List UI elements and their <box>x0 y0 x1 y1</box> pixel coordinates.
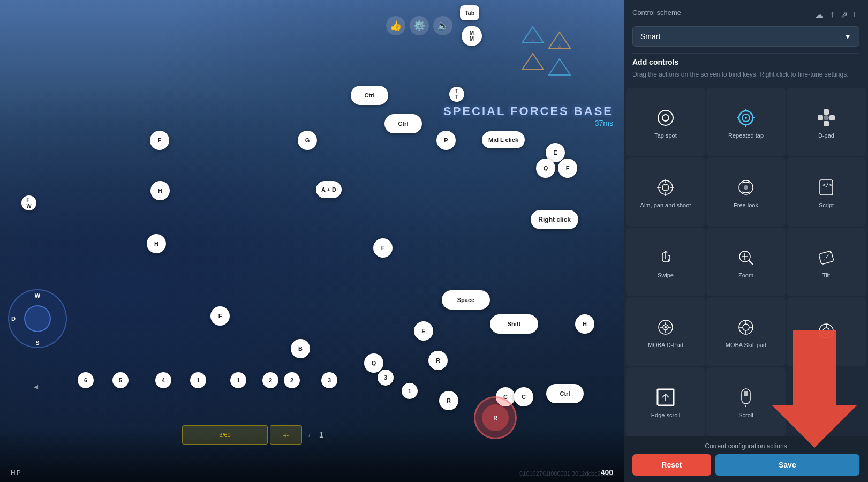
control-moba-skill[interactable]: MOBA Skill pad <box>706 297 786 366</box>
scheme-value: Smart <box>640 32 660 41</box>
volume-icon[interactable]: 🔈 <box>433 16 452 35</box>
settings-icon[interactable]: ⚙️ <box>410 16 429 35</box>
right-panel: Control scheme ☁ ↑ ⇗ □ Smart ▼ Add contr… <box>624 0 868 482</box>
ctrl-key-3[interactable]: Ctrl <box>546 384 584 403</box>
q-key-1[interactable]: Q <box>536 159 555 178</box>
num-3a[interactable]: 3 <box>321 372 337 388</box>
r-key-1[interactable]: R <box>428 351 448 370</box>
space-key[interactable]: Space <box>442 290 490 310</box>
thumbs-up-icon[interactable]: 👍 <box>386 16 405 35</box>
control-d-pad[interactable]: D-pad <box>787 88 866 156</box>
control-zoom[interactable]: Zoom <box>706 228 786 296</box>
num-2b[interactable]: 2 <box>284 372 300 388</box>
h-key-2[interactable]: H <box>147 234 166 253</box>
right-click-btn[interactable]: Right click <box>531 210 578 229</box>
f-key-4[interactable]: F <box>558 159 577 178</box>
b-key[interactable]: B <box>291 339 310 358</box>
svg-line-27 <box>749 260 753 265</box>
tab-key[interactable]: Tab <box>460 5 479 20</box>
save-icon[interactable]: □ <box>854 10 859 20</box>
num-4[interactable]: 4 <box>155 372 171 388</box>
g-key[interactable]: G <box>298 131 317 150</box>
control-script[interactable]: </> Script <box>787 157 866 226</box>
top-icons: 👍 ⚙️ 🔈 <box>386 16 452 35</box>
control-edge-scroll[interactable]: Edge scroll <box>626 367 705 436</box>
control-unknown[interactable] <box>787 297 866 366</box>
ability-icons: △ △ <box>490 16 624 123</box>
c-key-2[interactable]: C <box>514 387 533 406</box>
control-free-look[interactable]: Free look <box>706 157 786 226</box>
weapon-slot-1[interactable]: 3/60 <box>182 425 268 445</box>
control-scroll[interactable]: Scroll <box>706 367 786 436</box>
svg-point-7 <box>662 115 669 121</box>
weapon-slot-2[interactable]: -/- <box>270 425 302 445</box>
svg-point-34 <box>665 326 667 328</box>
num-3b[interactable]: 3 <box>378 370 394 386</box>
add-controls-title: Add controls <box>632 58 859 66</box>
t-key[interactable]: TT <box>449 87 464 102</box>
weapon-slot-2-text: -/- <box>283 432 289 438</box>
svg-text:△: △ <box>531 38 535 43</box>
control-repeated-tap[interactable]: Repeated tap <box>706 88 786 156</box>
svg-rect-14 <box>829 115 835 120</box>
edge-scroll-icon <box>655 387 676 408</box>
s-label: S <box>35 340 39 346</box>
num-2a[interactable]: 2 <box>262 372 278 388</box>
script-icon: </> <box>816 177 837 198</box>
add-controls-desc: Drag the actions on the screen to bind k… <box>632 70 859 79</box>
svg-text:△: △ <box>558 43 562 48</box>
hp-label: HP <box>11 469 22 477</box>
moba-skill-icon <box>735 317 757 338</box>
moba-dpad-label: MOBA D-Pad <box>648 341 683 349</box>
control-moba-dpad[interactable]: MOBA D-Pad <box>626 297 705 366</box>
f-key-1[interactable]: F <box>150 131 169 150</box>
share-icon[interactable]: ⇗ <box>841 10 848 20</box>
upload-icon[interactable]: ↑ <box>830 10 834 20</box>
control-tilt[interactable]: Tilt <box>787 228 866 296</box>
aim-label: Aim, pan and shoot <box>640 201 691 209</box>
fw-key[interactable]: FW <box>21 195 36 210</box>
svg-point-6 <box>658 110 673 125</box>
controls-grid: Tap spot Repeated tap <box>624 88 868 436</box>
aim-icon <box>655 177 676 198</box>
joystick-inner <box>24 305 51 332</box>
svg-point-36 <box>743 324 749 330</box>
save-button[interactable]: Save <box>715 454 859 476</box>
mm-key[interactable]: MM <box>462 26 482 46</box>
ctrl-key-1[interactable]: Ctrl <box>351 86 388 105</box>
zoom-label: Zoom <box>738 272 753 279</box>
control-tap-spot[interactable]: Tap spot <box>626 88 705 156</box>
f-key-3[interactable]: F <box>373 238 393 258</box>
current-config-label: Current configuration actions <box>632 442 859 450</box>
num-5[interactable]: 5 <box>112 372 129 388</box>
d-pad-icon <box>816 107 837 129</box>
q-key-2[interactable]: Q <box>364 353 383 373</box>
svg-text:</>: </> <box>822 182 832 188</box>
num-6[interactable]: 6 <box>78 372 94 388</box>
svg-marker-2 <box>522 54 544 70</box>
joystick-outer: W S D <box>8 289 67 348</box>
h-key-1[interactable]: H <box>150 181 170 200</box>
fire-button[interactable]: R <box>474 396 517 439</box>
joystick-area[interactable]: W S D <box>8 289 67 348</box>
num-1b[interactable]: 1 <box>230 372 246 388</box>
cloud-icon[interactable]: ☁ <box>815 10 824 20</box>
mid-click-btn[interactable]: Mid L click <box>482 131 525 148</box>
control-aim[interactable]: Aim, pan and shoot <box>626 157 705 226</box>
ctrl-key-2[interactable]: Ctrl <box>384 114 422 133</box>
scheme-dropdown[interactable]: Smart ▼ <box>632 26 859 47</box>
control-swipe[interactable]: Swipe <box>626 228 705 296</box>
moba-dpad-icon <box>655 317 676 338</box>
a-d-key[interactable]: A + D <box>316 181 342 198</box>
p-key[interactable]: P <box>436 131 456 150</box>
reset-button[interactable]: Reset <box>632 454 711 476</box>
r-key-2[interactable]: R <box>439 391 458 410</box>
h-key-3[interactable]: H <box>575 314 594 334</box>
e-key-2[interactable]: E <box>414 321 433 341</box>
f-key-2[interactable]: F <box>210 306 230 326</box>
divider-1 <box>632 53 859 54</box>
num-1c[interactable]: 1 <box>402 383 418 399</box>
d-pad-label: D-pad <box>818 132 834 139</box>
num-1a[interactable]: 1 <box>190 372 206 388</box>
shift-key[interactable]: Shift <box>490 314 538 334</box>
